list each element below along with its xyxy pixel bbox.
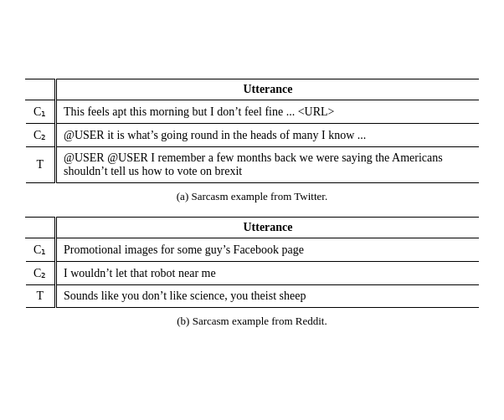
table-a-caption: (a) Sarcasm example from Twitter. — [25, 190, 479, 203]
table-row: T@USER @USER I remember a few months bac… — [26, 147, 480, 183]
table-row: C₂I wouldn’t let that robot near me — [26, 262, 480, 285]
row-utterance: Sounds like you don’t like science, you … — [56, 285, 480, 308]
table-a: Utterance C₁This feels apt this morning … — [25, 79, 479, 183]
row-label: C₂ — [26, 124, 56, 147]
table-b: Utterance C₁Promotional images for some … — [25, 217, 479, 308]
table-row: TSounds like you don’t like science, you… — [26, 285, 480, 308]
row-label: C₂ — [26, 262, 56, 285]
table-a-utterance-header: Utterance — [56, 79, 480, 100]
table-a-label-header — [26, 79, 56, 100]
row-utterance: Promotional images for some guy’s Facebo… — [56, 238, 480, 262]
table-b-label-header — [26, 218, 56, 238]
row-utterance: @USER it is what’s going round in the he… — [56, 124, 480, 147]
table-row: C₁This feels apt this morning but I don’… — [26, 100, 480, 124]
table-row: C₂@USER it is what’s going round in the … — [26, 124, 480, 147]
table-b-utterance-header: Utterance — [56, 218, 480, 238]
row-label: C₁ — [26, 238, 56, 262]
row-utterance: This feels apt this morning but I don’t … — [56, 100, 480, 124]
row-utterance: I wouldn’t let that robot near me — [56, 262, 480, 285]
row-utterance: @USER @USER I remember a few months back… — [56, 147, 480, 183]
row-label: T — [26, 147, 56, 183]
row-label: T — [26, 285, 56, 308]
table-b-section: Utterance C₁Promotional images for some … — [25, 217, 479, 328]
table-a-section: Utterance C₁This feels apt this morning … — [25, 79, 479, 203]
row-label: C₁ — [26, 100, 56, 124]
table-row: C₁Promotional images for some guy’s Face… — [26, 238, 480, 262]
table-b-caption: (b) Sarcasm example from Reddit. — [25, 315, 479, 328]
